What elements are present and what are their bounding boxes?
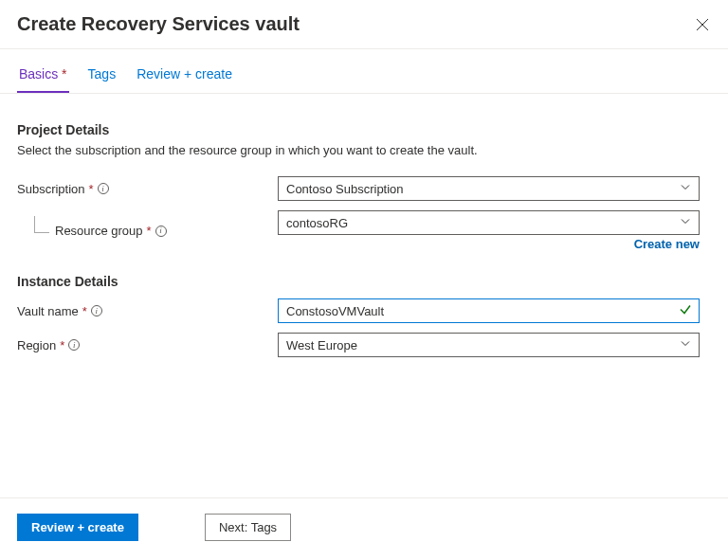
info-icon[interactable]: i: [155, 226, 167, 237]
tab-tags[interactable]: Tags: [86, 57, 118, 93]
region-label-wrap: Region * i: [17, 338, 278, 352]
region-control: West Europe: [278, 333, 700, 357]
required-star: *: [58, 66, 66, 81]
tab-label: Tags: [88, 66, 117, 81]
info-icon[interactable]: i: [68, 339, 80, 351]
dialog-header: Create Recovery Services vault: [0, 0, 728, 49]
resource-group-label: Resource group: [55, 224, 143, 238]
subscription-value: Contoso Subscription: [286, 182, 404, 196]
vault-name-input[interactable]: [278, 298, 700, 323]
tab-review-create[interactable]: Review + create: [135, 57, 234, 93]
tab-bar: Basics * Tags Review + create: [0, 57, 728, 94]
project-details-heading: Project Details: [17, 122, 711, 137]
required-star: *: [82, 304, 87, 318]
subscription-control: Contoso Subscription: [278, 176, 700, 201]
next-button[interactable]: Next: Tags: [205, 514, 291, 541]
review-create-button[interactable]: Review + create: [17, 514, 138, 541]
region-value: West Europe: [286, 338, 357, 352]
footer-bar: Review + create Next: Tags: [0, 497, 728, 560]
close-button[interactable]: [694, 16, 711, 33]
region-dropdown[interactable]: West Europe: [278, 333, 700, 357]
resource-group-control: contosoRG Create new: [278, 210, 700, 251]
instance-details-heading: Instance Details: [17, 274, 711, 289]
info-icon[interactable]: i: [98, 183, 109, 194]
subscription-label-wrap: Subscription * i: [17, 182, 278, 196]
subscription-label: Subscription: [17, 182, 85, 196]
vault-name-label: Vault name: [17, 304, 79, 318]
region-label: Region: [17, 338, 56, 352]
resource-group-row: Resource group * i contosoRG Create new: [17, 210, 711, 251]
region-row: Region * i West Europe: [17, 333, 711, 357]
required-star: *: [60, 338, 64, 352]
required-star: *: [147, 224, 152, 238]
required-star: *: [89, 182, 94, 196]
vault-name-label-wrap: Vault name * i: [17, 304, 278, 318]
vault-name-control: [278, 298, 700, 323]
create-new-link[interactable]: Create new: [634, 237, 700, 251]
project-details-desc: Select the subscription and the resource…: [17, 143, 711, 157]
form-content: Project Details Select the subscription …: [0, 94, 728, 357]
create-new-wrap: Create new: [278, 237, 700, 251]
page-title: Create Recovery Services vault: [17, 13, 300, 35]
chevron-down-icon: [680, 182, 691, 196]
close-icon: [696, 18, 709, 31]
tab-basics[interactable]: Basics *: [17, 57, 69, 93]
indent-line: [34, 216, 49, 233]
resource-group-label-wrap: Resource group * i: [17, 224, 278, 238]
tab-label: Basics: [19, 66, 58, 81]
subscription-dropdown[interactable]: Contoso Subscription: [278, 176, 700, 201]
chevron-down-icon: [680, 216, 691, 230]
resource-group-dropdown[interactable]: contosoRG: [278, 210, 700, 235]
tab-label: Review + create: [136, 66, 232, 81]
chevron-down-icon: [680, 338, 691, 352]
resource-group-value: contosoRG: [286, 216, 348, 230]
info-icon[interactable]: i: [91, 305, 102, 316]
vault-name-row: Vault name * i: [17, 298, 711, 323]
subscription-row: Subscription * i Contoso Subscription: [17, 176, 711, 201]
